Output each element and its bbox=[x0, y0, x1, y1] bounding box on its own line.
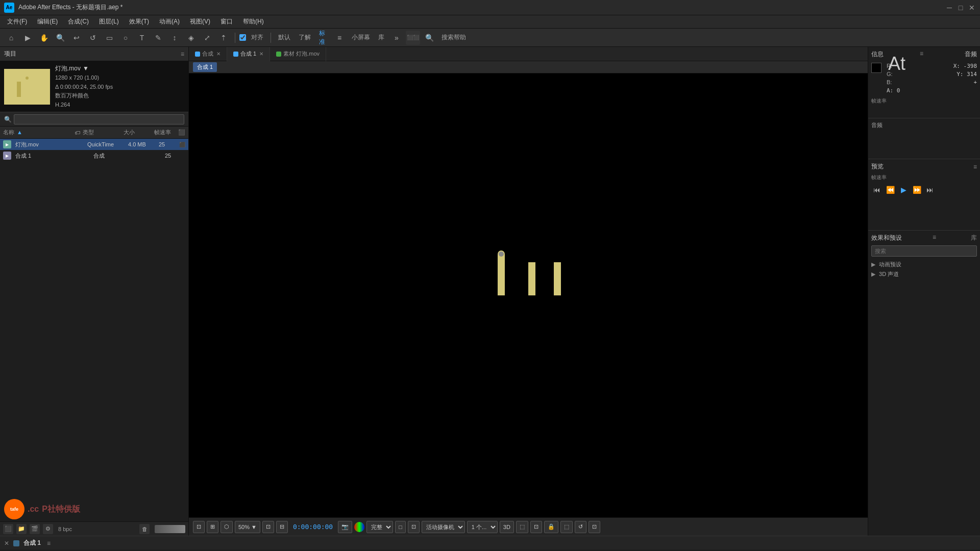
effects-group-animation[interactable]: ▶ 动画预设 bbox=[871, 260, 977, 269]
effects-library-btn[interactable]: 库 bbox=[971, 234, 977, 242]
rect-tool[interactable]: ▭ bbox=[102, 31, 116, 45]
viewer-tab-compose[interactable]: 合成 ✕ bbox=[189, 47, 227, 61]
project-search-icon: 🔍 bbox=[4, 116, 12, 123]
effects-group-3d[interactable]: ▶ 3D 声道 bbox=[871, 269, 977, 279]
menu-effects[interactable]: 效果(T) bbox=[124, 15, 154, 29]
prev-play[interactable]: ▶ bbox=[898, 184, 909, 195]
menu-view[interactable]: 视图(V) bbox=[185, 15, 215, 29]
project-item-1[interactable]: ▶ 灯泡.mov QuickTime 4.0 MB 25 ⬛ bbox=[0, 139, 188, 150]
standard-label[interactable]: 标准 bbox=[316, 31, 330, 45]
watermark: tafe .cc P社特供版 bbox=[4, 499, 80, 519]
preview-menu-icon[interactable]: ≡ bbox=[973, 163, 977, 170]
effects-menu-icon[interactable]: ≡ bbox=[933, 234, 936, 242]
viewer-tab-close-2[interactable]: ✕ bbox=[259, 51, 263, 57]
align-checkbox[interactable] bbox=[239, 34, 246, 41]
maximize-button[interactable]: □ bbox=[957, 4, 965, 12]
settings-btn[interactable]: ⚙ bbox=[43, 524, 53, 534]
info-panel-menu[interactable]: ≡ bbox=[920, 50, 923, 59]
info-extra: 帧速率 bbox=[871, 97, 977, 105]
menu-animation[interactable]: 动画(A) bbox=[154, 15, 185, 29]
view-count-select[interactable]: 1 个... bbox=[467, 521, 498, 533]
preview-transport: ⏮ ⏪ ▶ ⏩ ⏭ bbox=[871, 184, 977, 195]
new-comp-btn[interactable]: 🎬 bbox=[30, 524, 40, 534]
ellipse-tool[interactable]: ○ bbox=[118, 31, 133, 45]
pin-tool[interactable]: ↕ bbox=[167, 31, 182, 45]
close-button[interactable]: ✕ bbox=[968, 4, 976, 12]
prev-fwd-frame[interactable]: ⏩ bbox=[911, 184, 922, 195]
viewer-tab-close-1[interactable]: ✕ bbox=[216, 51, 220, 57]
home-button[interactable]: ⌂ bbox=[4, 31, 18, 45]
redo-button[interactable]: ↺ bbox=[86, 31, 100, 45]
new-item-btn[interactable]: ⬛ bbox=[3, 524, 13, 534]
project-item-2[interactable]: ▶ 合成 1 合成 25 bbox=[0, 150, 188, 161]
viewer-mute-btn[interactable]: ⬚ bbox=[560, 521, 573, 533]
zoom-tool[interactable]: 🔍 bbox=[53, 31, 67, 45]
item-fps-2: 25 bbox=[165, 153, 185, 159]
viewer-render-btn[interactable]: ⬚ bbox=[516, 521, 528, 533]
preview-info: 灯泡.mov ▼ 1280 x 720 (1.00) Δ 0:00:00:24,… bbox=[55, 64, 113, 110]
viewer-camera-btn[interactable]: 📷 bbox=[338, 521, 352, 533]
menu-window[interactable]: 窗口 bbox=[215, 15, 238, 29]
timeline-header: ✕ 合成 1 ≡ bbox=[0, 536, 980, 550]
project-search-input[interactable] bbox=[14, 114, 184, 124]
preview-dropdown-arrow[interactable]: ▼ bbox=[83, 64, 89, 73]
menu-edit[interactable]: 编辑(E) bbox=[32, 15, 63, 29]
viewer-mask-btn[interactable]: ⬡ bbox=[220, 521, 233, 533]
viewer-snap-btn[interactable]: ⊟ bbox=[276, 521, 288, 533]
viewer-3d-btn[interactable]: 3D bbox=[500, 521, 514, 533]
undo-button[interactable]: ↩ bbox=[69, 31, 84, 45]
prev-back-frame[interactable]: ⏪ bbox=[885, 184, 896, 195]
viewer-tab-label-3: 素材 灯泡.mov bbox=[283, 50, 320, 58]
timeline-menu-icon[interactable]: ≡ bbox=[47, 540, 51, 547]
standard-menu-icon[interactable]: ≡ bbox=[332, 31, 347, 45]
menu-layer[interactable]: 图层(L) bbox=[94, 15, 124, 29]
new-folder-btn[interactable]: 📁 bbox=[16, 524, 27, 534]
viewer-checker-btn[interactable]: ⊡ bbox=[408, 521, 420, 533]
text-tool[interactable]: T bbox=[135, 31, 149, 45]
breadcrumb-comp1[interactable]: 合成 1 bbox=[193, 62, 217, 72]
search-btn[interactable]: 🔍 bbox=[422, 31, 436, 45]
viewer-grid-btn[interactable]: ⊞ bbox=[207, 521, 218, 533]
pen-tool[interactable]: ✎ bbox=[151, 31, 165, 45]
project-panel-menu-icon[interactable]: ≡ bbox=[181, 51, 184, 58]
prev-to-end[interactable]: ⏭ bbox=[924, 184, 936, 195]
menu-file[interactable]: 文件(F) bbox=[2, 15, 32, 29]
settings-btn-1[interactable]: ⬛⬛ bbox=[406, 31, 420, 45]
menu-help[interactable]: 帮助(H) bbox=[238, 15, 269, 29]
roto-tool[interactable]: ⤢ bbox=[200, 31, 214, 45]
prev-to-start[interactable]: ⏮ bbox=[871, 184, 883, 195]
puppet-tool[interactable]: ⇡ bbox=[216, 31, 231, 45]
project-panel-header: 项目 ≡ bbox=[0, 47, 188, 61]
camera-select[interactable]: 活动摄像机 bbox=[422, 521, 465, 533]
more-btn[interactable]: » bbox=[389, 31, 404, 45]
delete-btn[interactable]: 🗑 bbox=[139, 524, 150, 534]
toolbar-sep-2 bbox=[271, 33, 271, 43]
viewer-compare-btn[interactable]: ⊡ bbox=[262, 521, 274, 533]
viewer-tab-footage[interactable]: 素材 灯泡.mov bbox=[270, 47, 326, 61]
viewer-color-wheel[interactable] bbox=[354, 522, 364, 532]
project-preview: 灯泡.mov ▼ 1280 x 720 (1.00) Δ 0:00:00:24,… bbox=[0, 61, 188, 112]
right-panel: 信息 ≡ 音频 R: X: -398 G: Y: 314 bbox=[868, 47, 980, 536]
window-controls: ─ □ ✕ bbox=[945, 4, 976, 12]
effects-search-input[interactable] bbox=[871, 245, 977, 257]
select-tool[interactable]: ▶ bbox=[20, 31, 35, 45]
viewer-flow-btn[interactable]: ↺ bbox=[575, 521, 586, 533]
viewer-alpha-btn[interactable]: □ bbox=[395, 521, 406, 533]
menu-compose[interactable]: 合成(C) bbox=[63, 15, 94, 29]
app-title: Adobe After Effects - 无标题项目.aep * bbox=[18, 3, 945, 12]
timeline-close-btn[interactable]: ✕ bbox=[4, 540, 9, 547]
hand-tool[interactable]: ✋ bbox=[37, 31, 51, 45]
viewer-expand-btn[interactable]: ⊡ bbox=[193, 521, 205, 533]
viewer-tab-comp1[interactable]: 合成 1 ✕ bbox=[227, 47, 270, 61]
y-value: Y: 314 bbox=[957, 71, 977, 78]
color-swatch-container bbox=[871, 63, 881, 95]
zoom-control[interactable]: 50% ▼ bbox=[235, 521, 260, 533]
viewer-grid2-btn[interactable]: ⊡ bbox=[589, 521, 600, 533]
viewer-snap2-btn[interactable]: ⊡ bbox=[530, 521, 542, 533]
minimize-button[interactable]: ─ bbox=[945, 4, 953, 12]
viewer-timecode[interactable]: 0:00:00:00 bbox=[290, 523, 336, 531]
quality-select[interactable]: 完整 bbox=[366, 521, 393, 533]
viewer-lock-btn[interactable]: 🔒 bbox=[544, 521, 558, 533]
item-type-1: QuickTime bbox=[87, 141, 128, 147]
clone-tool[interactable]: ◈ bbox=[184, 31, 198, 45]
